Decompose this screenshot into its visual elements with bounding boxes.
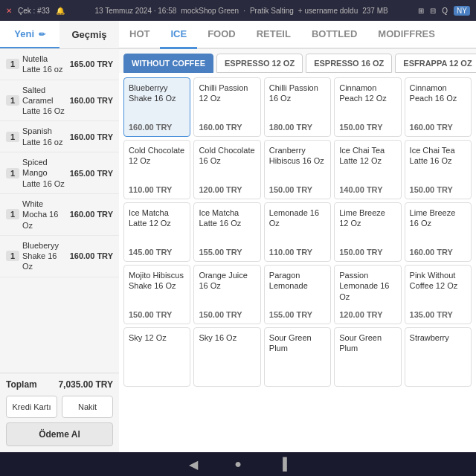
product-card[interactable]: Ice Matcha Latte 12 Oz 145.00 TRY xyxy=(123,202,190,262)
back-button[interactable]: ◀ xyxy=(186,457,201,472)
product-card[interactable]: Pink Without Coffee 12 Oz 135.00 TRY xyxy=(405,265,472,324)
product-price: 155.00 TRY xyxy=(269,310,326,319)
notification-icon[interactable]: 🔔 xyxy=(56,7,65,15)
total-value: 7,035.00 TRY xyxy=(58,379,113,390)
product-price: 150.00 TRY xyxy=(269,185,326,194)
product-card[interactable]: Passion Lemonade 16 Oz 120.00 TRY xyxy=(334,265,401,324)
product-card[interactable]: Lime Breeze 12 Oz 150.00 TRY xyxy=(334,202,401,262)
category-tab-bottled[interactable]: BOTTLED xyxy=(301,21,367,49)
search-icon[interactable]: Q xyxy=(442,7,448,15)
product-card[interactable]: Lemonade 16 Oz 110.00 TRY xyxy=(264,202,331,262)
product-name: Cranberry Hibiscus 16 Oz xyxy=(269,145,326,167)
product-name: Chilli Passion 16 Oz xyxy=(269,83,326,104)
product-card[interactable]: Cranberry Hibiscus 16 Oz 150.00 TRY xyxy=(264,140,331,199)
product-name: Strawberry xyxy=(410,332,466,343)
order-list-item[interactable]: 1 Blueberyy Shake 16 Oz 160.00 TRY xyxy=(0,236,119,277)
cash-button[interactable]: Nakit xyxy=(62,396,113,418)
product-card[interactable]: Chilli Passion 12 Oz 160.00 TRY xyxy=(193,77,260,137)
product-card[interactable]: Sky 16 Oz xyxy=(193,327,260,387)
order-list-item[interactable]: 1 Spiced Mango Latte 16 Oz 165.00 TRY xyxy=(0,152,119,194)
product-card[interactable]: Ice Chai Tea Latte 12 Oz 140.00 TRY xyxy=(334,140,401,199)
order-item-name: Spanish Latte 16 oz xyxy=(22,126,67,147)
status-bar-right: ⊞ ⊟ Q NY xyxy=(418,6,470,16)
product-card[interactable]: Cinnamon Peach 16 Oz 160.00 TRY xyxy=(405,77,472,137)
status-bar: ✕ Çek : #33 🔔 13 Temmuz 2024 · 16:58 moc… xyxy=(0,0,476,21)
product-name: Ice Matcha Latte 16 Oz xyxy=(199,208,255,229)
order-qty: 1 xyxy=(6,59,19,69)
divider: · xyxy=(243,7,245,15)
product-price: 120.00 TRY xyxy=(199,185,255,194)
product-name: Passion Lemonade 16 Oz xyxy=(339,270,396,302)
product-name: Lemonade 16 Oz xyxy=(269,208,326,229)
order-item-name: Spiced Mango Latte 16 Oz xyxy=(22,157,67,189)
product-price: 160.00 TRY xyxy=(199,123,255,132)
subcategory-tab-without_coffee[interactable]: WITHOUT COFFEE xyxy=(123,54,213,73)
product-card[interactable]: Chilli Passion 16 Oz 180.00 TRY xyxy=(264,77,331,137)
product-card[interactable]: Blueberryy Shake 16 Oz 160.00 TRY xyxy=(123,77,190,137)
order-list-item[interactable]: 1 Spanish Latte 16 oz 160.00 TRY xyxy=(0,121,119,152)
product-price: 110.00 TRY xyxy=(129,185,185,194)
subcategory-tabs: WITHOUT COFFEEESPRESSO 12 OZESPRESSO 16 … xyxy=(119,49,476,73)
subcategory-tab-espresso_16[interactable]: ESPRESSO 16 OZ xyxy=(306,54,392,73)
edit-icon: ✏ xyxy=(39,30,45,39)
product-price: 135.00 TRY xyxy=(410,310,466,319)
product-price: 160.00 TRY xyxy=(410,248,466,257)
subcategory-tab-espresso_12[interactable]: ESPRESSO 12 OZ xyxy=(216,54,303,73)
new-order-button[interactable]: Yeni ✏ xyxy=(0,21,60,48)
category-tab-ice[interactable]: ICE xyxy=(160,21,197,49)
product-card[interactable]: Paragon Lemonade 155.00 TRY xyxy=(264,265,331,324)
credit-card-button[interactable]: Kredi Kartı xyxy=(6,396,57,418)
product-price: 150.00 TRY xyxy=(129,310,185,319)
order-item-name: Blueberyy Shake 16 Oz xyxy=(22,240,67,272)
product-card[interactable]: Lime Breeze 16 Oz 160.00 TRY xyxy=(405,202,472,262)
product-card[interactable]: Sour Green Plum xyxy=(334,327,401,387)
product-price: 180.00 TRY xyxy=(269,123,326,132)
product-name: Sky 16 Oz xyxy=(199,332,255,343)
category-tab-food[interactable]: FOOD xyxy=(197,21,246,49)
order-qty: 1 xyxy=(6,251,19,261)
order-list-item[interactable]: 1 Nutella Latte 16 oz 165.00 TRY xyxy=(0,49,119,80)
user-avatar[interactable]: NY xyxy=(454,6,470,16)
product-card[interactable]: Cold Chocolate 16 Oz 120.00 TRY xyxy=(193,140,260,199)
category-tab-hot[interactable]: HOT xyxy=(119,21,160,49)
product-card[interactable]: Cinnamon Peach 12 Oz 150.00 TRY xyxy=(334,77,401,137)
total-row: Toplam 7,035.00 TRY xyxy=(6,379,113,390)
close-button[interactable]: ✕ xyxy=(6,7,12,15)
category-tab-modiffres[interactable]: MODIFFRES xyxy=(367,21,446,49)
product-price: 160.00 TRY xyxy=(129,123,185,132)
product-card[interactable]: Sour Green Plum xyxy=(264,327,331,387)
grid-icon[interactable]: ⊞ xyxy=(418,7,424,15)
user-label: Pratik Salting xyxy=(250,7,294,15)
more-label: + username doldu xyxy=(298,7,358,15)
product-card[interactable]: Cold Chocolate 12 Oz 110.00 TRY xyxy=(123,140,190,199)
product-card[interactable]: Orange Juice 16 Oz 150.00 TRY xyxy=(193,265,260,324)
product-card[interactable]: Strawberry xyxy=(405,327,472,387)
check-label: Çek : #33 xyxy=(18,7,50,15)
order-qty: 1 xyxy=(6,95,19,106)
product-name: Orange Juice 16 Oz xyxy=(199,270,255,292)
home-button[interactable]: ● xyxy=(231,457,245,472)
product-card[interactable]: Sky 12 Oz xyxy=(123,327,190,387)
bottom-nav: ◀ ● ▐ xyxy=(0,452,476,476)
subcategory-tab-esfrappa_12[interactable]: ESFRAPPA 12 OZ xyxy=(395,54,476,73)
product-card[interactable]: Ice Matcha Latte 16 Oz 155.00 TRY xyxy=(193,202,260,262)
category-tab-reteil[interactable]: RETEIL xyxy=(246,21,301,49)
minimize-icon[interactable]: ⊟ xyxy=(430,7,436,15)
product-price: 150.00 TRY xyxy=(339,248,396,257)
product-name: Mojito Hibiscus Shake 16 Oz xyxy=(129,270,185,292)
checkout-button[interactable]: Ödeme Al xyxy=(6,422,113,446)
sidebar-header: Yeni ✏ Geçmiş xyxy=(0,21,119,49)
order-list-item[interactable]: 1 Salted Caramel Latte 16 Oz 160.00 TRY xyxy=(0,80,119,122)
product-card[interactable]: Ice Chai Tea Latte 16 Oz 150.00 TRY xyxy=(405,140,472,199)
order-item-name: White Mocha 16 Oz xyxy=(22,199,67,231)
recent-button[interactable]: ▐ xyxy=(275,457,290,472)
product-name: Blueberryy Shake 16 Oz xyxy=(129,83,185,104)
order-list-item[interactable]: 1 White Mocha 16 Oz 160.00 TRY xyxy=(0,194,119,236)
history-button[interactable]: Geçmiş xyxy=(60,21,119,48)
product-name: Cinnamon Peach 16 Oz xyxy=(410,83,466,104)
content-area: HOTICEFOODRETEILBOTTLEDMODIFFRES WITHOUT… xyxy=(119,21,476,452)
product-card[interactable]: Mojito Hibiscus Shake 16 Oz 150.00 TRY xyxy=(123,265,190,324)
product-name: Paragon Lemonade xyxy=(269,270,326,292)
product-name: Cold Chocolate 16 Oz xyxy=(199,145,255,167)
product-name: Chilli Passion 12 Oz xyxy=(199,83,255,104)
